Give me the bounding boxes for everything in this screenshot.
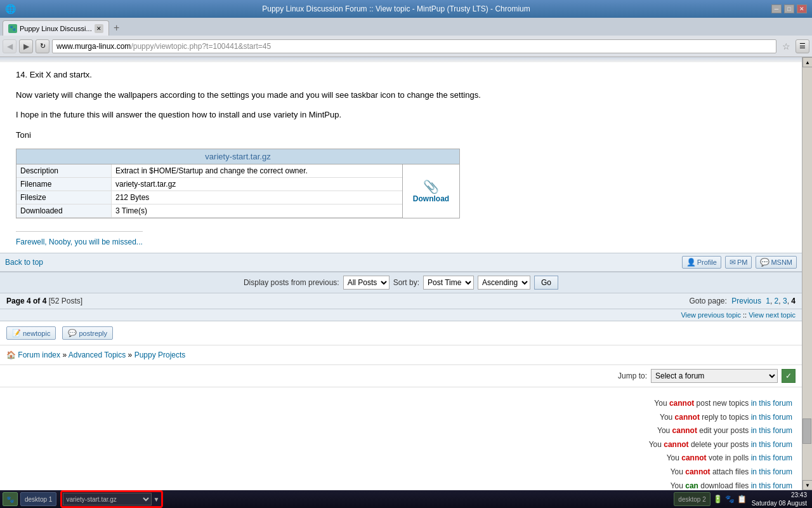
perm-2-suffix: reply to topics bbox=[700, 413, 751, 422]
sort-select[interactable]: Post Time bbox=[423, 276, 474, 290]
clock-date: Saturday 08 August bbox=[752, 499, 807, 507]
perm-3-link[interactable]: in this forum bbox=[751, 426, 792, 435]
pm-icon: ✉ bbox=[730, 258, 736, 267]
perm-2-link[interactable]: in this forum bbox=[751, 413, 792, 422]
perm-1-cannot: cannot bbox=[669, 399, 694, 408]
tab-bar: 🐾 Puppy Linux Discussi... ✕ + bbox=[0, 18, 812, 36]
filesize-value: 212 Bytes bbox=[112, 191, 402, 204]
perm-6-prefix: You bbox=[671, 467, 686, 476]
home-icon: 🏠 bbox=[6, 351, 16, 359]
post-author: Toni bbox=[16, 129, 792, 142]
order-select[interactable]: Ascending bbox=[478, 276, 530, 290]
tray-icon-3: 📋 bbox=[737, 495, 747, 504]
perm-5-link[interactable]: in this forum bbox=[751, 453, 792, 462]
perm-7-suffix: download files bbox=[698, 481, 751, 490]
start-icon: 🐾 bbox=[6, 496, 14, 503]
profile-icon: 👤 bbox=[686, 258, 696, 267]
perm-delete-posts: You cannot delete your posts in this for… bbox=[10, 438, 792, 452]
previous-page-link[interactable]: Previous bbox=[731, 297, 761, 305]
permissions-area: You cannot post new topics in this forum… bbox=[0, 387, 802, 490]
new-topic-button[interactable]: 📝 newtopic bbox=[6, 326, 56, 340]
back-button[interactable]: ◀ bbox=[3, 39, 16, 53]
sig-divider bbox=[16, 231, 143, 232]
perm-download-files: You can download files in this forum bbox=[10, 479, 792, 490]
posts-count: 52 Posts bbox=[51, 297, 81, 305]
all-posts-select[interactable]: All Posts bbox=[343, 276, 390, 290]
system-tray: 🔋 🐾 📋 bbox=[713, 495, 747, 504]
taskbar: 🐾 desktop 1 variety-start.tar.gz ▼ deskt… bbox=[0, 490, 812, 508]
topic-nav-sep: :: bbox=[743, 311, 749, 319]
tab-close-button[interactable]: ✕ bbox=[95, 24, 103, 33]
jump-go-button[interactable]: ✓ bbox=[782, 369, 796, 383]
menu-button[interactable]: ☰ bbox=[796, 39, 809, 53]
taskbar-desktop2[interactable]: desktop 2 bbox=[674, 492, 710, 506]
tray-icon-1: 🔋 bbox=[713, 495, 723, 504]
go-button[interactable]: Go bbox=[534, 276, 558, 290]
maximize-button[interactable]: □ bbox=[784, 4, 794, 13]
view-previous-topic-link[interactable]: View previous topic bbox=[681, 311, 741, 319]
perm-6-link[interactable]: in this forum bbox=[751, 467, 792, 476]
perm-reply-topics: You cannot reply to topics in this forum bbox=[10, 411, 792, 425]
perm-1-prefix: You bbox=[654, 399, 669, 408]
bookmark-button[interactable]: ☆ bbox=[779, 39, 793, 53]
download-select[interactable]: variety-start.tar.gz bbox=[63, 493, 152, 505]
advanced-topics-link[interactable]: Advanced Topics bbox=[69, 351, 126, 359]
perm-2-prefix: You bbox=[660, 413, 675, 422]
attachment-download-cell: 📎 Download bbox=[402, 164, 459, 218]
new-tab-button[interactable]: + bbox=[109, 20, 124, 36]
page-area: 14. Exit X and startx. Now variety will … bbox=[0, 57, 812, 490]
perm-7-link[interactable]: in this forum bbox=[751, 481, 792, 490]
perm-4-prefix: You bbox=[649, 440, 664, 449]
back-to-top-link[interactable]: Back to top bbox=[5, 258, 43, 267]
taskbar-desktop1[interactable]: desktop 1 bbox=[20, 492, 56, 506]
page-2-link[interactable]: 2 bbox=[775, 297, 779, 305]
attachment-title: variety-start.tar.gz bbox=[16, 149, 459, 164]
perm-post-topics: You cannot post new topics in this forum bbox=[10, 397, 792, 411]
scroll-down-button[interactable]: ▼ bbox=[802, 480, 812, 490]
start-button[interactable]: 🐾 bbox=[3, 492, 18, 506]
close-button[interactable]: ✕ bbox=[797, 4, 807, 13]
topic-nav-bar: View previous topic :: View next topic bbox=[0, 309, 802, 321]
perm-3-cannot: cannot bbox=[672, 426, 697, 435]
post-para1: Now variety will change the wallpapers a… bbox=[16, 89, 792, 102]
download-icon: 📎 bbox=[423, 179, 439, 194]
description-label: Description bbox=[16, 164, 112, 177]
forum-index-link[interactable]: Forum index bbox=[18, 351, 60, 359]
perm-5-cannot: cannot bbox=[681, 453, 706, 462]
post-reply-button[interactable]: 💬 postreply bbox=[62, 326, 113, 340]
main-content: 14. Exit X and startx. Now variety will … bbox=[0, 57, 802, 490]
page-3-link[interactable]: 3 bbox=[783, 297, 787, 305]
perm-1-link[interactable]: in this forum bbox=[751, 399, 792, 408]
scrollbar: ▲ ▼ bbox=[802, 57, 812, 490]
perm-7-prefix: You bbox=[671, 481, 686, 490]
filename-value: variety-start.tar.gz bbox=[112, 178, 402, 190]
page-number: Page 4 of 4 bbox=[6, 297, 46, 305]
refresh-button[interactable]: ↻ bbox=[36, 39, 49, 53]
minimize-button[interactable]: ─ bbox=[771, 4, 782, 13]
tab-title: Puppy Linux Discussi... bbox=[20, 25, 92, 32]
perm-1-suffix: post new topics bbox=[694, 399, 750, 408]
scroll-up-button[interactable]: ▲ bbox=[802, 57, 812, 67]
post-footer-bar: Back to top 👤 Profile ✉ PM 💬 MSNM bbox=[0, 253, 802, 272]
post-para2: I hope in the future this will answer th… bbox=[16, 109, 792, 121]
page-1-link[interactable]: 1 bbox=[766, 297, 770, 305]
title-bar: 🌐 Puppy Linux Discussion Forum :: View t… bbox=[0, 0, 812, 18]
active-tab[interactable]: 🐾 Puppy Linux Discussi... ✕ bbox=[3, 20, 109, 36]
puppy-projects-link[interactable]: Puppy Projects bbox=[134, 351, 186, 359]
perm-4-link[interactable]: in this forum bbox=[751, 440, 792, 449]
clock-time: 23:43 bbox=[752, 491, 807, 499]
action-bar: 📝 newtopic 💬 postreply bbox=[0, 321, 802, 345]
msnm-button[interactable]: 💬 MSNM bbox=[756, 256, 797, 269]
profile-button[interactable]: 👤 Profile bbox=[682, 256, 721, 269]
download-link[interactable]: Download bbox=[413, 194, 449, 203]
jump-to-select[interactable]: Select a forum bbox=[651, 369, 778, 383]
scrollbar-track[interactable] bbox=[802, 67, 812, 480]
view-next-topic-link[interactable]: View next topic bbox=[749, 311, 796, 319]
forward-button[interactable]: ▶ bbox=[19, 39, 33, 53]
pm-button[interactable]: ✉ PM bbox=[725, 256, 752, 269]
scrollbar-thumb[interactable] bbox=[802, 418, 811, 444]
signature-text[interactable]: Farewell, Nooby, you will be missed... bbox=[16, 237, 143, 246]
display-posts-label: Display posts from previous: bbox=[244, 278, 339, 287]
chrome-icon: 🌐 bbox=[5, 4, 16, 14]
address-input[interactable]: www.murga-linux.com/puppy/viewtopic.php?… bbox=[52, 39, 776, 53]
